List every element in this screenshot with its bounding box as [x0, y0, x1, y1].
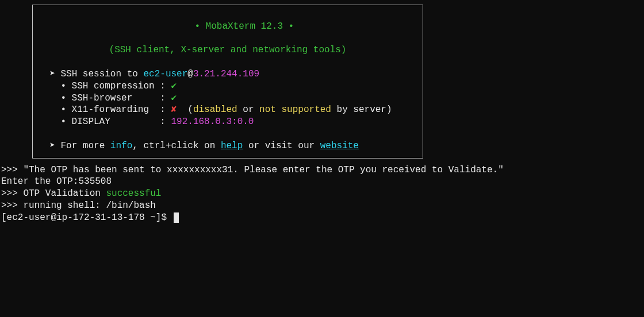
session-line: ➤ SSH session to ec2-user@3.21.244.109 [39, 68, 417, 80]
display-value: 192.168.0.3:0.0 [171, 117, 254, 127]
display-line: • DISPLAY : 192.168.0.3:0.0 [39, 116, 417, 128]
footer-mid2: or visit our [243, 141, 320, 151]
x11-or: or [237, 105, 259, 115]
bullet-icon: • [39, 117, 72, 127]
website-link[interactable]: website [320, 141, 359, 151]
shell-prompt: [ec2-user@ip-172-31-13-178 ~]$ [1, 212, 172, 223]
validation-prefix: >>> OTP Validation [1, 188, 106, 199]
session-host: 3.21.244.109 [193, 69, 259, 79]
otp-entry-line: Enter the OTP:535508 [1, 176, 644, 188]
at-sign: @ [187, 69, 193, 79]
bullet-icon: • [39, 105, 72, 115]
help-link[interactable]: help [221, 141, 243, 151]
check-icon: ✔ [171, 81, 177, 91]
bullet-icon: • [194, 21, 205, 32]
arrow-icon: ➤ [39, 141, 60, 151]
x11-label: X11-forwarding : [72, 105, 171, 115]
x11-line: • X11-forwarding : ✘ (disabled or not su… [39, 104, 417, 116]
mobaxterm-banner: • MobaXterm 12.3 • (SSH client, X-server… [32, 5, 423, 158]
banner-subtitle: (SSH client, X-server and networking too… [39, 44, 417, 56]
running-shell-line: >>> running shell: /bin/bash [1, 200, 644, 212]
check-icon: ✔ [171, 93, 177, 103]
ssh-browser-line: • SSH-browser : ✔ [39, 92, 417, 105]
otp-sent-line: >>> "The OTP has been sent to xxxxxxxxxx… [1, 164, 644, 176]
compression-label: SSH compression : [72, 81, 171, 91]
validation-status: successful [106, 188, 161, 199]
bullet-icon: • [283, 21, 294, 32]
browser-label: SSH-browser : [72, 93, 171, 103]
banner-title: MobaXterm 12.3 [206, 21, 283, 32]
footer-line: ➤ For more info, ctrl+click on help or v… [39, 140, 417, 152]
footer-prefix: For more [60, 141, 110, 151]
ssh-compression-line: • SSH compression : ✔ [39, 80, 417, 92]
blank-line [39, 56, 417, 68]
terminal[interactable]: • MobaXterm 12.3 • (SSH client, X-server… [0, 5, 644, 224]
arrow-icon: ➤ [39, 69, 60, 79]
otp-validation-line: >>> OTP Validation successful [1, 188, 644, 200]
prompt-line[interactable]: [ec2-user@ip-172-31-13-178 ~]$ [1, 212, 644, 224]
x11-close: by server) [331, 105, 392, 115]
x11-disabled: disabled [193, 105, 237, 115]
session-prefix: SSH session to [60, 69, 143, 79]
footer-mid1: , ctrl+click on [132, 141, 221, 151]
display-label: DISPLAY : [72, 117, 171, 127]
bullet-icon: • [39, 81, 72, 91]
bullet-icon: • [39, 93, 72, 103]
x11-not-supported: not supported [259, 105, 331, 115]
x11-open: ( [177, 105, 193, 115]
shell-output: >>> "The OTP has been sent to xxxxxxxxxx… [0, 164, 644, 224]
cross-icon: ✘ [171, 105, 177, 115]
blank-line [39, 128, 417, 140]
cursor-icon [174, 212, 179, 223]
session-user: ec2-user [143, 69, 187, 79]
banner-title-line: • MobaXterm 12.3 • [39, 9, 417, 44]
footer-info: info [110, 141, 132, 151]
